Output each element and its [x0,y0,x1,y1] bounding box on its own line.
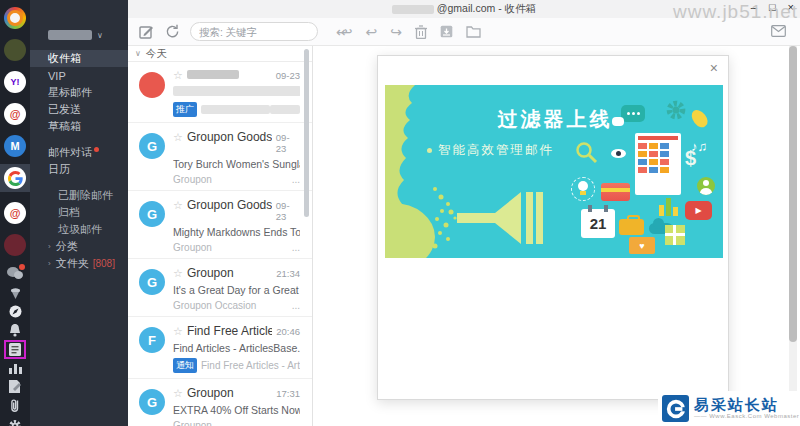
forward-button[interactable]: ↪ [390,25,402,39]
scrollbar-thumb[interactable] [789,46,797,342]
sender-avatar [139,72,165,98]
archive-button[interactable] [440,25,453,38]
bullet-dot [427,148,432,153]
trash-icon [415,25,427,39]
compass-icon[interactable] [7,305,23,318]
magnifier-icon [575,141,599,165]
reading-pane-scrollbar[interactable] [789,46,797,426]
mail-toolbar: ↩↩ ↩ ↪ [128,18,800,46]
move-to-folder-button[interactable] [466,25,481,38]
gmail-account-icon[interactable] [4,167,26,189]
window-title: @gmail.com - 收件箱 [437,2,536,16]
list-scrollbar[interactable] [304,49,309,217]
mark-read-toggle[interactable] [771,25,786,37]
email-sender: Groupon [187,266,234,280]
delete-button[interactable] [415,25,427,39]
sidebar-item-label: 垃圾邮件 [58,222,102,237]
play-button-icon: ▶ [685,201,712,220]
promo-badge: 推广 [173,102,197,117]
brand-name: 易采站长站 [694,397,799,414]
wechat-icon[interactable] [7,266,23,280]
reply-all-button[interactable]: ↩↩ [336,25,345,39]
account-icon-bar: Y! @ M @ [0,0,30,426]
maximize-button[interactable]: □ [769,1,776,13]
group-label: 今天 [146,47,167,61]
sender-avatar: G [139,269,165,295]
acorn-icon[interactable] [7,286,23,299]
email-list-item[interactable]: F ☆Find Free Articles - Art...20:46 Find… [128,317,312,379]
refresh-icon [165,24,180,39]
sidebar-item-categories[interactable]: ›分类 [30,238,128,255]
redacted-subject [173,86,300,96]
chevron-down-icon: ∨ [97,31,103,40]
more-indicator: ... [292,174,300,185]
email-list: ∨ 今天 ☆ 09-23 推广 G ☆Gro [128,46,313,426]
star-icon[interactable]: ☆ [173,69,183,82]
star-icon[interactable]: ☆ [173,325,183,338]
yahoo-mail-icon[interactable]: Y! [4,71,26,93]
reply-button[interactable]: ↩ [365,25,377,39]
notebook-filter-icon-highlighted[interactable] [7,343,23,356]
star-icon[interactable]: ☆ [173,131,183,144]
star-icon[interactable]: ☆ [173,199,183,212]
sidebar-item-label: 已删除邮件 [58,188,113,203]
sidebar-item-trash[interactable]: 已删除邮件 [30,187,128,204]
date-group-header[interactable]: ∨ 今天 [128,46,312,62]
email-preview: Find Free Articles - Articlesba... [201,360,300,371]
document-edit-icon[interactable] [7,380,23,393]
webpage-mockup-icon [635,133,681,195]
email-list-item[interactable]: G ☆Groupon Goods09-23 Mighty Markdowns E… [128,191,312,259]
email-subject: EXTRA 40% Off Starts Now! [173,404,300,416]
folder-sidebar: ∨ 收件箱 VIP 星标邮件 已发送 草稿箱 邮件对话 日历 已删除邮件 归档 … [30,0,128,426]
refresh-button[interactable] [165,24,180,39]
email-date: 21:34 [272,268,300,279]
star-icon[interactable]: ☆ [173,267,183,280]
sidebar-item-folders[interactable]: ›文件夹[808] [30,255,128,272]
sidebar-item-drafts[interactable]: 草稿箱 [30,118,128,135]
red-mail-account-icon-1[interactable]: @ [4,103,26,125]
dollar-icon: $ [685,147,696,170]
dialog-close-button[interactable]: × [710,61,718,75]
redacted-account-name [48,30,92,40]
gift-box-icon [665,225,685,245]
account-avatar-icon-2[interactable] [4,234,26,256]
search-input[interactable] [190,22,318,41]
sidebar-item-sent[interactable]: 已发送 [30,101,128,118]
account-avatar-icon-1[interactable] [4,39,26,61]
hotmail-account-icon[interactable]: M [4,135,26,157]
email-from: Groupon [173,174,212,185]
brand-tagline: —— Www.Easck.Com Webmaster [694,413,799,420]
email-list-item[interactable]: G ☆Groupon21:34 It's a Great Day for a G… [128,259,312,317]
bell-icon[interactable] [7,324,23,337]
stats-chart-icon[interactable] [7,362,23,374]
promo-dialog: × 过滤器上线 智能高效管理邮件 [377,55,729,400]
compose-button[interactable] [139,24,154,39]
email-subject: Mighty Markdowns Ends Tonight. S... [173,226,300,238]
account-selector[interactable]: ∨ [30,0,128,50]
email-date: 17:31 [272,388,300,399]
colorful-app-icon[interactable] [4,7,26,29]
sidebar-item-calendar[interactable]: 日历 [30,161,128,178]
sidebar-item-label: 已发送 [48,102,81,117]
sidebar-item-conversations[interactable]: 邮件对话 [30,144,128,161]
email-list-item[interactable]: ☆ 09-23 推广 [128,62,312,123]
message-action-buttons: ↩↩ ↩ ↪ [336,25,481,39]
star-icon[interactable]: ☆ [173,387,183,400]
email-sender: Groupon [187,386,234,400]
email-list-item[interactable]: G ☆Groupon17:31 EXTRA 40% Off Starts Now… [128,379,312,426]
email-list-item[interactable]: G ☆Groupon Goods09-23 Tory Burch Women's… [128,123,312,191]
sidebar-item-inbox[interactable]: 收件箱 [30,50,128,67]
chevron-right-icon: › [48,242,51,251]
folder-icon [466,25,481,38]
chevron-right-icon: › [48,259,51,268]
red-mail-account-icon-2[interactable]: @ [4,202,26,224]
sidebar-item-archive[interactable]: 归档 [30,204,128,221]
sidebar-item-vip[interactable]: VIP [30,67,128,84]
sidebar-item-spam[interactable]: 垃圾邮件 [30,221,128,238]
close-button[interactable]: × [788,1,794,13]
paperclip-icon[interactable] [7,399,23,413]
settings-gear-icon[interactable] [7,419,23,426]
sidebar-item-label: 收件箱 [48,51,81,66]
minimize-button[interactable]: – [751,1,757,13]
sidebar-item-starred[interactable]: 星标邮件 [30,84,128,101]
